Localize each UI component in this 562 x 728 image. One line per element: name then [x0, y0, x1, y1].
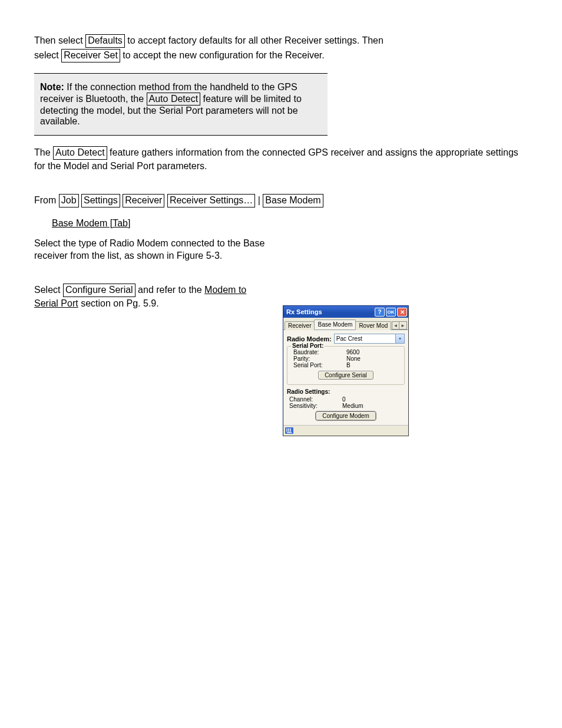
parity-label: Parity: [293, 355, 346, 362]
breadcrumb-nav: From Job Settings Receiver Receiver Sett… [34, 194, 528, 207]
svg-rect-1 [286, 429, 287, 430]
sensitivity-row: Sensitivity: Medium [287, 403, 405, 409]
nav-settings: Settings [81, 194, 120, 207]
dialog-titlebar: Rx Settings ? OK ✕ [283, 306, 408, 318]
radio-settings-label: Radio Settings: [287, 388, 405, 395]
nav-receiver-settings: Receiver Settings… [167, 194, 255, 207]
paragraph-receiver-set: select Receiver Set to accept the new co… [34, 49, 528, 62]
baudrate-row: Baudrate: 9600 [291, 349, 401, 355]
nav-receiver: Receiver [123, 194, 164, 207]
baudrate-label: Baudrate: [293, 349, 346, 355]
text: to accept the new configuration for the … [123, 50, 324, 60]
svg-rect-6 [290, 430, 291, 431]
tab-receiver[interactable]: Receiver [285, 321, 315, 330]
close-button[interactable]: ✕ [397, 308, 407, 317]
nav-job: Job [59, 194, 79, 207]
ok-button[interactable]: OK [386, 308, 396, 317]
section-heading-base-modem: Base Modem [Tab] [52, 218, 528, 229]
text: select [34, 50, 61, 60]
nav-base-modem: Base Modem [263, 194, 323, 207]
text: feature gathers information from the con… [34, 147, 518, 171]
configure-serial-paragraph: Select Configure Serial and refer to the… [34, 284, 269, 309]
auto-detect-button-ref-2: Auto Detect [53, 146, 107, 160]
close-icon: ✕ [400, 309, 405, 315]
keyboard-icon[interactable] [285, 427, 293, 434]
sensitivity-value: Medium [342, 403, 363, 409]
text: The [34, 147, 53, 157]
baudrate-value: 9600 [346, 349, 359, 355]
serial-port-value: B [346, 362, 351, 368]
receiver-set-button-ref: Receiver Set [61, 49, 120, 62]
configure-serial-button[interactable]: Configure Serial [318, 371, 373, 380]
tab-scroll-left[interactable]: ◄ [392, 321, 399, 330]
tab-scroll-right[interactable]: ► [399, 321, 407, 330]
configure-serial-button-ref: Configure Serial [63, 284, 135, 297]
dialog-statusbar [283, 425, 408, 436]
dropdown-icon: ▾ [395, 334, 404, 343]
figure-text: Select the type of Radio Modem connected… [34, 237, 269, 262]
configure-modem-button[interactable]: Configure Modem [316, 411, 375, 420]
parity-row: Parity: None [291, 355, 401, 362]
dialog-title: Rx Settings [286, 308, 373, 315]
sensitivity-label: Sensitivity: [289, 403, 342, 409]
tab-rover-modem[interactable]: Rover Mod [355, 321, 391, 330]
note-label: Note: [40, 82, 64, 92]
tab-scroll: ◄ ► [392, 321, 407, 330]
note-block: Note: If the connection method from the … [34, 73, 328, 136]
defaults-button-ref: Defaults [85, 34, 125, 48]
text: to accept factory defaults for all other… [127, 35, 384, 45]
chevron-left-icon: ◄ [394, 323, 398, 328]
paragraph-auto-detect: The Auto Detect feature gathers informat… [34, 146, 528, 172]
dialog-tabstrip: Receiver Base Modem Rover Mod ◄ ► [283, 318, 408, 330]
channel-value: 0 [342, 396, 346, 403]
svg-rect-2 [288, 429, 289, 430]
auto-detect-button-ref: Auto Detect [147, 93, 201, 106]
svg-rect-4 [286, 430, 287, 431]
svg-rect-5 [288, 430, 289, 431]
svg-rect-3 [290, 429, 291, 430]
chevron-right-icon: ► [401, 323, 405, 328]
radio-modem-select[interactable]: Pac Crest ▾ [334, 334, 405, 344]
parity-value: None [346, 355, 361, 362]
rx-settings-dialog: Rx Settings ? OK ✕ Receiver Base Modem R… [283, 305, 409, 436]
help-button[interactable]: ? [375, 308, 385, 317]
channel-label: Channel: [289, 396, 342, 403]
radio-modem-label: Radio Modem: [287, 335, 332, 342]
serial-port-legend: Serial Port: [291, 342, 325, 349]
serial-port-row: Serial Port: B [291, 362, 401, 368]
radio-modem-value: Pac Crest [336, 335, 362, 342]
channel-row: Channel: 0 [287, 396, 405, 403]
text: Then select [34, 35, 85, 45]
svg-rect-7 [287, 432, 292, 433]
paragraph-defaults: Then select Defaults to accept factory d… [34, 34, 528, 48]
text: section on Pg. 5.9. [81, 298, 159, 308]
dialog-body: Radio Modem: Pac Crest ▾ Serial Port: Ba… [283, 330, 408, 425]
text: Select [34, 285, 63, 295]
nav-sep: | [258, 195, 263, 205]
text: From [34, 195, 59, 205]
tab-base-modem[interactable]: Base Modem [314, 319, 356, 330]
text: and refer to the [138, 285, 204, 295]
serial-port-label: Serial Port: [293, 362, 346, 368]
serial-port-fieldset: Serial Port: Baudrate: 9600 Parity: None… [287, 346, 405, 385]
